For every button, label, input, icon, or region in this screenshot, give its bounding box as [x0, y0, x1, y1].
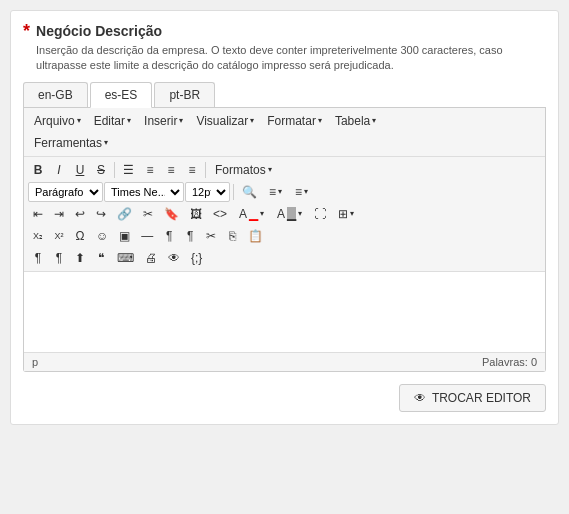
indent-button[interactable]: ⇥	[49, 204, 69, 224]
print-button[interactable]: 🖨	[140, 248, 162, 268]
editor-body[interactable]	[24, 272, 545, 352]
align-center-button[interactable]: ≡	[140, 160, 160, 180]
pilcrow2-button[interactable]: ¶	[180, 226, 200, 246]
copy-button[interactable]: ⎘	[222, 226, 242, 246]
bold-button[interactable]: B	[28, 160, 48, 180]
inserir-menu[interactable]: Inserir▾	[138, 111, 189, 131]
section-title: Negócio Descrição	[36, 23, 546, 39]
tab-pt-br[interactable]: pt-BR	[154, 82, 215, 107]
bgcolor-button[interactable]: A▁▾	[271, 204, 308, 224]
tabela-menu[interactable]: Tabela▾	[329, 111, 382, 131]
separator-3	[233, 184, 234, 200]
toolbar-format-row: B I U S ☰ ≡ ≡ ≡ Formatos▾ Parágrafo Time…	[24, 157, 545, 272]
toolbar-menu-row: Arquivo▾ Editar▾ Inserir▾ Visualizar▾ Fo…	[24, 108, 545, 157]
menu-row: Arquivo▾ Editar▾ Inserir▾ Visualizar▾ Fo…	[28, 111, 541, 131]
italic-button[interactable]: I	[49, 160, 69, 180]
pilcrow4-button[interactable]: ¶	[49, 248, 69, 268]
source-button[interactable]: {;}	[186, 248, 207, 268]
header-content: Negócio Descrição Inserção da descrição …	[36, 23, 546, 74]
fullscreen-button[interactable]: ⛶	[309, 204, 331, 224]
emoji-button[interactable]: ☺	[91, 226, 113, 246]
superscript-button[interactable]: X²	[49, 226, 69, 246]
section-header: * Negócio Descrição Inserção da descriçã…	[23, 23, 546, 74]
list-ul-button[interactable]: ≡▾	[263, 182, 288, 202]
quote-button[interactable]: ❝	[91, 248, 111, 268]
formatar-menu[interactable]: Formatar▾	[261, 111, 328, 131]
keyboard-button[interactable]: ⌨	[112, 248, 139, 268]
outdent-button[interactable]: ⇤	[28, 204, 48, 224]
separator-1	[114, 162, 115, 178]
dash-button[interactable]: —	[136, 226, 158, 246]
strikethrough-button[interactable]: S	[91, 160, 111, 180]
required-asterisk: *	[23, 21, 30, 42]
undo-button[interactable]: ↩	[70, 204, 90, 224]
color-button[interactable]: A▁▾	[233, 204, 270, 224]
extra-row: X₂ X² Ω ☺ ▣ — ¶ ¶ ✂ ⎘ 📋	[28, 226, 541, 246]
bookmark-button[interactable]: 🔖	[159, 204, 184, 224]
upload-button[interactable]: ⬆	[70, 248, 90, 268]
ferramentas-menu[interactable]: Ferramentas▾	[28, 133, 114, 153]
bottom-bar: 👁 TROCAR EDITOR	[23, 384, 546, 412]
align-left-button[interactable]: ☰	[118, 160, 139, 180]
align-justify-button[interactable]: ≡	[182, 160, 202, 180]
extra-row2: ¶ ¶ ⬆ ❝ ⌨ 🖨 👁 {;}	[28, 248, 541, 268]
media-button[interactable]: ▣	[114, 226, 135, 246]
visualizar-menu[interactable]: Visualizar▾	[190, 111, 260, 131]
tab-es-es[interactable]: es-ES	[90, 82, 153, 108]
separator-2	[205, 162, 206, 178]
trocar-editor-button[interactable]: 👁 TROCAR EDITOR	[399, 384, 546, 412]
arquivo-menu[interactable]: Arquivo▾	[28, 111, 87, 131]
pilcrow3-button[interactable]: ¶	[28, 248, 48, 268]
format-buttons-row: B I U S ☰ ≡ ≡ ≡ Formatos▾	[28, 160, 541, 180]
formatos-button[interactable]: Formatos▾	[209, 160, 278, 180]
link-button[interactable]: 🔗	[112, 204, 137, 224]
omega-button[interactable]: Ω	[70, 226, 90, 246]
image-button[interactable]: 🖼	[185, 204, 207, 224]
font-select[interactable]: Times Ne...	[104, 182, 184, 202]
section-description: Inserção da descrição da empresa. O text…	[36, 43, 546, 74]
preview-button[interactable]: 👁	[163, 248, 185, 268]
cut-button[interactable]: ✂	[201, 226, 221, 246]
pilcrow-button[interactable]: ¶	[159, 226, 179, 246]
tab-en-gb[interactable]: en-GB	[23, 82, 88, 107]
align-right-button[interactable]: ≡	[161, 160, 181, 180]
paste-button[interactable]: 📋	[243, 226, 268, 246]
code-button[interactable]: <>	[208, 204, 232, 224]
subscript-button[interactable]: X₂	[28, 226, 48, 246]
table-button[interactable]: ⊞▾	[332, 204, 360, 224]
unlink-button[interactable]: ✂	[138, 204, 158, 224]
tabs-row: en-GB es-ES pt-BR	[23, 82, 546, 108]
redo-button[interactable]: ↪	[91, 204, 111, 224]
list-ol-button[interactable]: ≡▾	[289, 182, 314, 202]
size-select[interactable]: 12pt	[185, 182, 230, 202]
main-container: * Negócio Descrição Inserção da descriçã…	[10, 10, 559, 425]
selects-row: Parágrafo Times Ne... 12pt 🔍 ≡▾ ≡▾	[28, 182, 541, 202]
editar-menu[interactable]: Editar▾	[88, 111, 137, 131]
underline-button[interactable]: U	[70, 160, 90, 180]
editor-status-bar: p Palavras: 0	[24, 352, 545, 371]
trocar-label: TROCAR EDITOR	[432, 391, 531, 405]
trocar-icon: 👁	[414, 391, 426, 405]
tools-row: ⇤ ⇥ ↩ ↪ 🔗 ✂ 🔖 🖼 <> A▁▾ A▁▾ ⛶ ⊞▾	[28, 204, 541, 224]
paragraph-select[interactable]: Parágrafo	[28, 182, 103, 202]
editor-word-count: Palavras: 0	[482, 356, 537, 368]
editor-status-p: p	[32, 356, 38, 368]
ferramentas-row: Ferramentas▾	[28, 133, 541, 153]
find-button[interactable]: 🔍	[237, 182, 262, 202]
editor-wrapper: Arquivo▾ Editar▾ Inserir▾ Visualizar▾ Fo…	[23, 108, 546, 372]
